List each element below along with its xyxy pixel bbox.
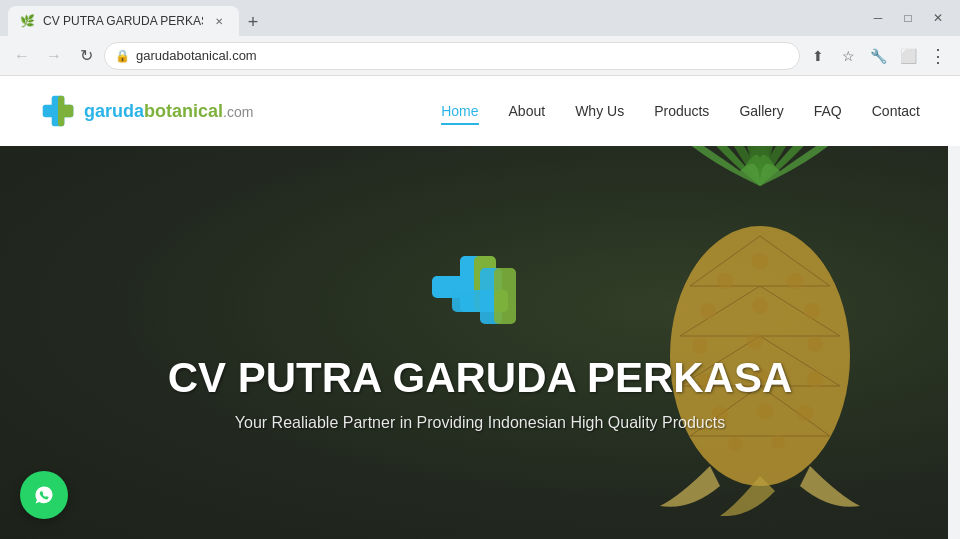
nav-why-us[interactable]: Why Us xyxy=(575,103,624,119)
logo-cross-icon xyxy=(40,93,76,129)
tab-title: CV PUTRA GARUDA PERKASA - xyxy=(43,14,203,28)
website-content: garudabotanical.com Home About Why Us Pr… xyxy=(0,76,960,539)
hero-subtitle: Your Realiable Partner in Providing Indo… xyxy=(235,414,725,432)
nav-gallery[interactable]: Gallery xyxy=(739,103,783,119)
maximize-button[interactable]: □ xyxy=(894,4,922,32)
tab-bar: 🌿 CV PUTRA GARUDA PERKASA - ✕ + ─ □ ✕ xyxy=(0,0,960,36)
nav-links: Home About Why Us Products Gallery FAQ C… xyxy=(441,103,920,119)
hero-logo-icon xyxy=(430,254,530,334)
whatsapp-button[interactable] xyxy=(20,471,68,519)
active-tab[interactable]: 🌿 CV PUTRA GARUDA PERKASA - ✕ xyxy=(8,6,239,36)
nav-faq[interactable]: FAQ xyxy=(814,103,842,119)
svg-rect-41 xyxy=(494,290,508,312)
whatsapp-icon xyxy=(30,481,58,509)
new-tab-button[interactable]: + xyxy=(239,8,267,36)
browser-toolbar: ← → ↻ 🔒 garudabotanical.com ⬆ ☆ 🔧 ⬜ ⋮ xyxy=(0,36,960,76)
browser-frame: 🌿 CV PUTRA GARUDA PERKASA - ✕ + ─ □ ✕ ← … xyxy=(0,0,960,539)
reload-button[interactable]: ↻ xyxy=(72,42,100,70)
tab-close-button[interactable]: ✕ xyxy=(211,13,227,29)
minimize-button[interactable]: ─ xyxy=(864,4,892,32)
nav-about[interactable]: About xyxy=(509,103,546,119)
url-text: garudabotanical.com xyxy=(136,48,257,63)
navbar: garudabotanical.com Home About Why Us Pr… xyxy=(0,76,960,146)
tab-favicon: 🌿 xyxy=(20,14,35,28)
hero-title: CV PUTRA GARUDA PERKASA xyxy=(168,354,793,402)
site-logo[interactable]: garudabotanical.com xyxy=(40,93,253,129)
back-button[interactable]: ← xyxy=(8,42,36,70)
forward-button[interactable]: → xyxy=(40,42,68,70)
extensions-button[interactable]: 🔧 xyxy=(864,42,892,70)
bookmark-button[interactable]: ☆ xyxy=(834,42,862,70)
nav-products[interactable]: Products xyxy=(654,103,709,119)
toolbar-actions: ⬆ ☆ 🔧 ⬜ ⋮ xyxy=(804,42,952,70)
share-button[interactable]: ⬆ xyxy=(804,42,832,70)
logo-text: garudabotanical.com xyxy=(84,101,253,122)
window-controls: ─ □ ✕ xyxy=(864,4,952,36)
close-button[interactable]: ✕ xyxy=(924,4,952,32)
profile-button[interactable]: ⬜ xyxy=(894,42,922,70)
address-bar[interactable]: 🔒 garudabotanical.com xyxy=(104,42,800,70)
menu-button[interactable]: ⋮ xyxy=(924,42,952,70)
nav-home[interactable]: Home xyxy=(441,103,478,119)
nav-contact[interactable]: Contact xyxy=(872,103,920,119)
hero-content: CV PUTRA GARUDA PERKASA Your Realiable P… xyxy=(0,146,960,539)
svg-rect-33 xyxy=(58,105,73,118)
lock-icon: 🔒 xyxy=(115,49,130,63)
